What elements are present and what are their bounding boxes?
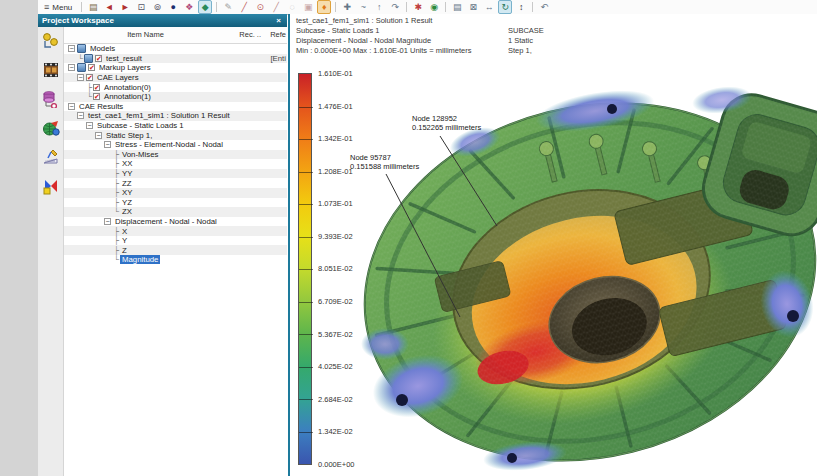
- spline-icon[interactable]: ~: [356, 0, 370, 14]
- find-icon[interactable]: ⊚: [150, 0, 164, 14]
- arrow-up-icon[interactable]: ↑: [372, 0, 386, 14]
- tree-item-label[interactable]: CAE Layers: [95, 73, 141, 82]
- markup-note-icon[interactable]: ▤: [86, 0, 100, 14]
- flame-markup-icon[interactable]: ♦: [317, 0, 331, 14]
- tree-item-xx[interactable]: ├XX: [64, 159, 287, 169]
- compass-icon[interactable]: ❖: [182, 0, 196, 14]
- collapse-icon[interactable]: −: [95, 132, 102, 139]
- pencil-markup-icon[interactable]: ✎: [221, 0, 235, 14]
- tree-item-x[interactable]: ├X: [64, 226, 287, 236]
- close-icon[interactable]: ×: [274, 16, 283, 25]
- tree-item-label[interactable]: test_result: [104, 54, 144, 63]
- collapse-icon[interactable]: −: [68, 103, 75, 110]
- checkbox-icon[interactable]: ✔: [86, 74, 93, 81]
- collapse-icon[interactable]: −: [68, 45, 75, 52]
- tree-item-zx[interactable]: └ZX: [64, 207, 287, 217]
- view-edit-icon[interactable]: ▤: [450, 0, 464, 14]
- session-keys-icon[interactable]: [41, 31, 61, 51]
- tree-item-label[interactable]: YZ: [120, 198, 134, 207]
- tree-item-displacement-nodal-nodal[interactable]: −Displacement - Nodal - Nodal: [64, 217, 287, 227]
- tree-item-von-mises[interactable]: ├Von-Mises: [64, 150, 287, 160]
- measurement-ruler-icon[interactable]: [41, 147, 61, 167]
- tree-item-xy[interactable]: ├XY: [64, 188, 287, 198]
- tree-item-subcase-static-loads-1[interactable]: −Subcase - Static Loads 1: [64, 121, 287, 131]
- collapse-icon[interactable]: −: [77, 112, 84, 119]
- tree-item-markup-layers[interactable]: −✔Markup Layers: [64, 63, 287, 73]
- tree-item-label[interactable]: X: [120, 227, 129, 236]
- tree-item-label[interactable]: ZX: [120, 207, 134, 216]
- tree-item-cae-results[interactable]: −CAE Results: [64, 102, 287, 112]
- tree-item-label[interactable]: test_cae1_fem1_sim1 : Solution 1 Result: [86, 111, 232, 120]
- tree-item-static-step-1[interactable]: −Static Step 1,: [64, 130, 287, 140]
- fit-height-icon[interactable]: ↕: [514, 0, 528, 14]
- undo-icon[interactable]: ↶: [537, 0, 551, 14]
- collapse-icon[interactable]: −: [77, 74, 84, 81]
- 3d-viewport[interactable]: test_cae1_fem1_sim1 : Solution 1 Result …: [290, 14, 817, 476]
- tree-item-label[interactable]: XY: [120, 188, 134, 197]
- tree-column-header[interactable]: Item Name Rec. .. Refe: [64, 27, 287, 44]
- animation-filmstrip-icon[interactable]: [41, 60, 61, 80]
- tree-item-label[interactable]: Von-Mises: [120, 150, 160, 159]
- refresh-view-icon[interactable]: ↻: [498, 0, 512, 14]
- cloud-tool-icon[interactable]: ◌: [285, 0, 299, 14]
- tools-icon[interactable]: ✱: [411, 0, 425, 14]
- tree-item-test-cae1-fem1-sim1-solution-1-result[interactable]: −test_cae1_fem1_sim1 : Solution 1 Result: [64, 111, 287, 121]
- tree-item-label[interactable]: Z: [120, 246, 129, 255]
- column-item-name[interactable]: Item Name: [64, 30, 227, 39]
- column-refe[interactable]: Refe: [270, 30, 286, 39]
- stamp-tool-icon[interactable]: ▣: [301, 0, 315, 14]
- tree-item-label[interactable]: CAE Results: [77, 102, 125, 111]
- tree-item-stress-element-nodal-nodal[interactable]: −Stress - Element-Nodal - Nodal: [64, 140, 287, 150]
- tree-item-label[interactable]: Y: [120, 236, 129, 245]
- checkbox-icon[interactable]: ✔: [95, 55, 102, 62]
- tree-item-label[interactable]: YY: [120, 169, 134, 178]
- pan-icon[interactable]: ✚: [340, 0, 354, 14]
- visualization-globe-icon[interactable]: [41, 118, 61, 138]
- tree-item-label[interactable]: Subcase - Static Loads 1: [95, 121, 186, 130]
- checkbox-icon[interactable]: ✔: [88, 64, 95, 71]
- tree-item-label[interactable]: Annotation(0): [102, 83, 153, 92]
- checkbox-icon[interactable]: ✔: [93, 84, 100, 91]
- fit-width-icon[interactable]: ↔: [482, 0, 496, 14]
- collapse-icon[interactable]: −: [104, 218, 111, 225]
- tree-item-label[interactable]: ZZ: [120, 179, 134, 188]
- collapse-icon[interactable]: −: [68, 64, 75, 71]
- zoom-area-icon[interactable]: ⊡: [134, 0, 148, 14]
- sphere-icon[interactable]: ●: [166, 0, 180, 14]
- collapse-icon[interactable]: −: [86, 122, 93, 129]
- tree-item-cae-layers[interactable]: −✔CAE Layers: [64, 73, 287, 83]
- tree-item-label[interactable]: Displacement - Nodal - Nodal: [113, 217, 219, 226]
- column-rec[interactable]: Rec. ..: [239, 30, 261, 39]
- tree-item-label[interactable]: Magnitude: [120, 255, 160, 264]
- checkbox-icon[interactable]: ✔: [93, 93, 100, 100]
- model-structure-icon[interactable]: [41, 89, 61, 109]
- rotate-arc-icon[interactable]: ↷: [388, 0, 402, 14]
- tree-item-label[interactable]: Markup Layers: [97, 63, 153, 72]
- circle-tool-icon[interactable]: ⊙: [253, 0, 267, 14]
- collapse-icon[interactable]: −: [104, 141, 111, 148]
- tree-item-zz[interactable]: ├ZZ: [64, 178, 287, 188]
- comparison-bowtie-icon[interactable]: [41, 176, 61, 196]
- tree-item-magnitude[interactable]: └Magnitude: [64, 255, 287, 265]
- line-tool-icon[interactable]: ╱: [237, 0, 251, 14]
- tree-item-y[interactable]: ├Y: [64, 236, 287, 246]
- tree-item-yy[interactable]: ├YY: [64, 169, 287, 179]
- tree-item-test-result[interactable]: └✔test_result[Enti: [64, 54, 287, 64]
- next-marker-icon[interactable]: ►: [118, 0, 132, 14]
- fit-view-icon[interactable]: ⊠: [466, 0, 480, 14]
- tree-item-label[interactable]: Models: [88, 44, 117, 53]
- tree-item-label[interactable]: XX: [120, 159, 134, 168]
- 3d-markup-icon[interactable]: ◆: [198, 0, 212, 14]
- tree-item-label[interactable]: Stress - Element-Nodal - Nodal: [113, 140, 225, 149]
- tree-item-models[interactable]: −Models: [64, 44, 287, 54]
- tree-item-label[interactable]: Annotation(1): [102, 92, 153, 101]
- tree-item-annotation-1[interactable]: └✔Annotation(1): [64, 92, 287, 102]
- globe-icon[interactable]: ◉: [427, 0, 441, 14]
- menu-button[interactable]: ≡ Menu: [38, 1, 78, 14]
- tree-item-label[interactable]: Static Step 1,: [104, 131, 154, 140]
- previous-marker-icon[interactable]: ◄: [102, 0, 116, 14]
- freehand-tool-icon[interactable]: ╱: [269, 0, 283, 14]
- tree-item-yz[interactable]: ├YZ: [64, 198, 287, 208]
- tree-item-annotation-0[interactable]: ├✔Annotation(0): [64, 82, 287, 92]
- tree-item-z[interactable]: ├Z: [64, 245, 287, 255]
